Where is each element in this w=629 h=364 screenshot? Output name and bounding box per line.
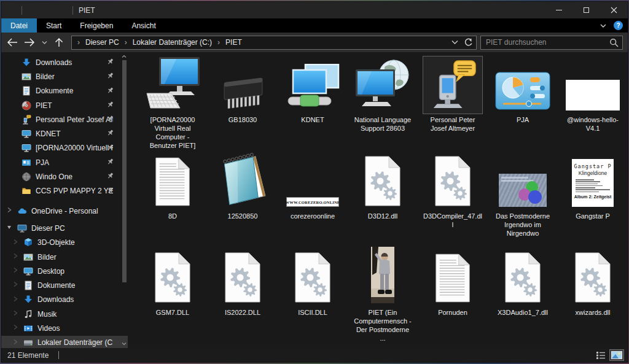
back-button[interactable] [5, 35, 20, 50]
tree-item-label: Musik [37, 310, 113, 319]
tree-item-videos[interactable]: Videos [1, 321, 128, 335]
tree-item-musik[interactable]: Musik [1, 307, 128, 321]
file-item[interactable]: KDNET [278, 56, 348, 152]
sidebar-item-windo-one[interactable]: Windo One [1, 169, 128, 184]
breadcrumb-separator[interactable]: › [77, 38, 80, 47]
tree-item-desktop[interactable]: Desktop [1, 264, 128, 278]
file-item[interactable]: WWW.COREZERO.ONLINE corezeroonline [278, 152, 348, 249]
file-label: KDNET [301, 115, 324, 124]
globe-monitor-icon [353, 56, 413, 114]
tab-start[interactable]: Start [37, 18, 71, 33]
file-item[interactable]: GB18030 [208, 56, 278, 152]
tab-ansicht[interactable]: Ansicht [122, 18, 165, 33]
file-item[interactable]: 8D [138, 152, 208, 249]
ribbon-expand-icon[interactable] [599, 22, 608, 29]
file-item[interactable]: 12520850 [208, 152, 278, 249]
chevron-right-icon[interactable] [12, 281, 18, 287]
chevron-right-icon[interactable] [12, 339, 18, 345]
close-button[interactable] [600, 2, 628, 18]
file-label: Pornuden [438, 308, 467, 317]
file-item[interactable]: D3DCompiler_47.dll [418, 152, 488, 249]
file-item[interactable]: X3DAudio1_7.dll [488, 249, 558, 345]
breadcrumb-separator[interactable]: › [124, 38, 128, 47]
sidebar-scrollbar[interactable] [120, 52, 128, 348]
file-item[interactable]: Personal Peter Josef Altmeyer [418, 56, 488, 152]
file-label: D3D12.dll [368, 212, 397, 220]
search-icon[interactable] [609, 38, 619, 47]
breadcrumb-drive-c[interactable]: Lokaler Datenträger (C:) [129, 38, 216, 47]
sidebar-item-pja[interactable]: PJA [1, 155, 128, 169]
tab-datei[interactable]: Datei [1, 18, 37, 33]
file-item[interactable]: Gangstar P Klingeldione Album 2: Zeitgei… [558, 152, 628, 249]
scrollbar-thumb[interactable] [122, 60, 127, 282]
scroll-down-icon[interactable] [122, 341, 127, 346]
sidebar-item-bilder[interactable]: Bilder [1, 69, 128, 83]
tree-item-dokumente[interactable]: Dokumente [1, 278, 128, 292]
forward-button[interactable] [22, 35, 37, 50]
file-item[interactable]: National Language Support 28603 [348, 56, 418, 152]
device-chat-small-icon [21, 115, 31, 125]
chevron-right-icon[interactable] [12, 310, 18, 316]
file-item[interactable]: ISCII.DLL [278, 249, 348, 345]
sidebar-item-piet[interactable]: PIET [1, 98, 128, 112]
breadcrumb-separator[interactable]: › [217, 38, 221, 47]
new-folder-icon[interactable] [42, 4, 53, 17]
chevron-right-icon[interactable] [6, 207, 12, 213]
sidebar-item-personal-peter-josef-altmeyer[interactable]: Personal Peter Josef Altmeyer [1, 112, 128, 126]
chevron-right-icon[interactable] [12, 267, 18, 273]
up-button[interactable] [52, 35, 66, 50]
file-item[interactable]: PJA [488, 56, 558, 152]
tree-item-onedrive-personal[interactable]: OneDrive - Personal [1, 204, 128, 218]
details-view-button[interactable] [593, 349, 608, 361]
sidebar-item-dokumente[interactable]: Dokumente [1, 84, 128, 98]
breadcrumb-piet[interactable]: PIET [222, 38, 246, 47]
tree-item-downloads[interactable]: Downloads [1, 293, 128, 307]
pin-icon [106, 144, 114, 152]
tree-item-3d-objekte[interactable]: 3D-Objekte [1, 236, 128, 250]
minimize-button[interactable] [545, 2, 572, 18]
file-item[interactable]: Das Postmoderne Irgendwo im Nirgendwo [488, 152, 558, 249]
breadcrumb-dieser-pc[interactable]: Dieser PC [82, 38, 123, 47]
scroll-up-icon[interactable] [122, 54, 127, 59]
thumbnails-view-button[interactable] [609, 349, 624, 361]
app-logo-icon[interactable] [6, 4, 17, 17]
search-input[interactable] [486, 38, 609, 47]
sidebar-item-downloads[interactable]: Downloads [1, 55, 128, 69]
chevron-right-icon[interactable] [12, 296, 18, 302]
pictures-icon [23, 252, 33, 262]
tree-item-bilder[interactable]: Bilder [1, 250, 128, 264]
recent-locations-icon[interactable] [39, 35, 49, 50]
chevron-down-icon[interactable] [6, 224, 12, 230]
customize-toolbar-icon[interactable] [57, 4, 68, 17]
sidebar-item-porna20000-virtuell-real-computer-benutzer-piet[interactable]: [PORNA20000 Virtuell Real Computer - Ben… [1, 141, 128, 155]
help-icon[interactable]: ? [614, 21, 623, 30]
folder-icon [21, 186, 31, 196]
address-bar[interactable]: › Dieser PC › Lokaler Datenträger (C:) ›… [71, 36, 477, 50]
address-dropdown-icon[interactable] [448, 36, 461, 49]
sidebar-item-ccs-pvp-mappy-2-years[interactable]: CCS PVP MAPPY 2 YEARS [1, 184, 128, 198]
file-item[interactable]: xwizards.dll [558, 249, 628, 345]
sidebar-item-label: [PORNA20000 Virtuell Real Computer - Ben… [36, 144, 113, 152]
file-item[interactable]: [PORNA20000 Virtuell Real Computer - Ben… [138, 56, 208, 152]
tree-item-dieser-pc[interactable]: Dieser PC [1, 221, 128, 235]
file-label: PIET (Ein Computermensch - Der Postmoder… [353, 308, 413, 343]
tab-freigeben[interactable]: Freigeben [71, 18, 122, 33]
sidebar-item-kdnet[interactable]: KDNET [1, 126, 128, 141]
refresh-icon[interactable] [461, 36, 475, 49]
file-item[interactable]: PIET (Ein Computermensch - Der Postmoder… [348, 249, 418, 345]
file-item[interactable]: IS2022.DLL [208, 249, 278, 345]
titlebar-left: PIET [1, 4, 545, 17]
ribbon-tabbar: Datei Start Freigeben Ansicht ? [1, 18, 628, 33]
file-item[interactable]: @windows-hello-V4.1 [558, 56, 628, 152]
chevron-right-icon[interactable] [12, 253, 18, 259]
chevron-right-icon[interactable] [12, 239, 18, 245]
file-item[interactable]: Pornuden [418, 249, 488, 345]
properties-icon[interactable] [26, 4, 37, 17]
maximize-button[interactable] [572, 2, 600, 18]
text-doc-icon [423, 249, 483, 307]
file-item[interactable]: D3D12.dll [348, 152, 418, 249]
chevron-right-icon[interactable] [12, 324, 18, 330]
pin-icon [106, 87, 114, 95]
tree-item-lokaler-datentr-ger-c[interactable]: Lokaler Datenträger (C:) [1, 336, 128, 348]
file-item[interactable]: GSM7.DLL [138, 249, 208, 345]
